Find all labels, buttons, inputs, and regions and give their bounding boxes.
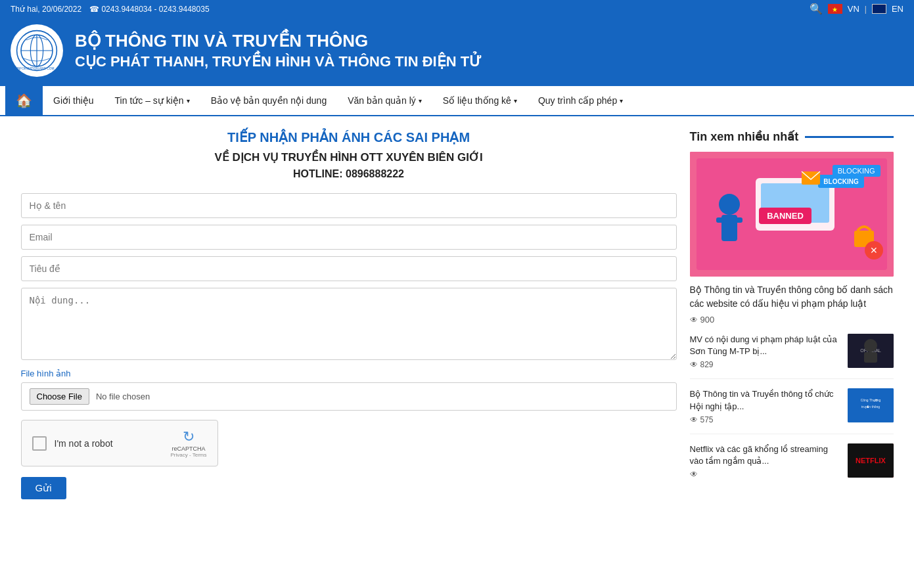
sidebar-main-views: 900: [690, 315, 894, 325]
news-thumbnail: OFFICIAL: [848, 334, 894, 368]
nav-item-tintuc[interactable]: Tin tức – sự kiện ▾: [104, 87, 200, 114]
svg-point-8: [719, 194, 740, 215]
recaptcha-icon: ↻: [183, 428, 194, 445]
sidebar-line-decoration: [805, 136, 893, 138]
nav-item-gioithieu[interactable]: Giới thiệu: [43, 87, 104, 114]
svg-text:INFORMATION AND COM...: INFORMATION AND COM...: [17, 67, 57, 70]
nav-home-button[interactable]: 🏠: [5, 86, 43, 115]
choose-file-button[interactable]: Choose File: [30, 388, 89, 405]
name-input[interactable]: [21, 193, 677, 218]
file-input-area: Choose File No file chosen: [21, 382, 677, 411]
svg-point-24: [864, 339, 877, 352]
svg-text:NETFLIX: NETFLIX: [856, 457, 886, 464]
lang-separator: |: [865, 5, 867, 14]
svg-rect-25: [864, 352, 877, 363]
eye-icon: [690, 415, 698, 424]
list-item: Netflix và các gã khổng lồ streaming vào…: [690, 443, 894, 488]
sidebar: Tin xem nhiều nhất BLOCKING BANNED: [690, 129, 894, 499]
chevron-down-icon: ▾: [514, 97, 517, 104]
sidebar-title: Tin xem nhiều nhất: [690, 129, 799, 144]
logo: INFORMATION AND COM...: [11, 24, 63, 77]
main-nav: 🏠 Giới thiệu Tin tức – sự kiện ▾ Bảo vệ …: [0, 86, 914, 116]
site-header: INFORMATION AND COM... BỘ THÔNG TIN VÀ T…: [0, 18, 914, 86]
header-text: BỘ THÔNG TIN VÀ TRUYỀN THÔNG CỤC PHÁT TH…: [75, 30, 482, 71]
form-title: TIẾP NHẬN PHẢN ÁNH CÁC SAI PHẠM: [21, 129, 677, 145]
subject-input[interactable]: [21, 256, 677, 281]
topbar-date: Thứ hai, 20/06/2022: [11, 5, 81, 14]
svg-text:BANNED: BANNED: [767, 211, 804, 221]
svg-rect-11: [733, 217, 743, 223]
file-label: File hình ảnh: [21, 369, 677, 378]
lang-en-label[interactable]: EN: [892, 4, 903, 14]
content-textarea[interactable]: [21, 288, 677, 360]
blocking-badge: BLOCKING: [833, 165, 880, 177]
news-title[interactable]: Bộ Thông tin và Truyền thông tổ chức Hội…: [690, 388, 841, 412]
list-item: Bộ Thông tin và Truyền thông tổ chức Hội…: [690, 388, 894, 434]
form-section: TIẾP NHẬN PHẢN ÁNH CÁC SAI PHẠM VỀ DỊCH …: [21, 129, 677, 499]
nav-item-quytrinh[interactable]: Quy trình cấp phép ▾: [528, 87, 633, 114]
nav-item-solieu[interactable]: Số liệu thống kê ▾: [432, 87, 528, 114]
header-line2: CỤC PHÁT THANH, TRUYỀN HÌNH VÀ THÔNG TIN…: [75, 53, 482, 72]
topbar-right: 🔍 VN | EN: [810, 3, 903, 15]
flag-vn-icon: [828, 4, 842, 14]
chevron-down-icon: ▾: [620, 97, 623, 104]
news-text: MV có nội dung vi phạm pháp luật của Sơn…: [690, 334, 841, 369]
form-subtitle: VỀ DỊCH VỤ TRUYỀN HÌNH OTT XUYÊN BIÊN GI…: [21, 150, 677, 164]
news-thumbnail: Công Thương truyền thông: [848, 388, 894, 422]
captcha-box: I'm not a robot ↻ reCAPTCHA Privacy - Te…: [21, 420, 218, 466]
sidebar-header: Tin xem nhiều nhất: [690, 129, 894, 144]
captcha-label: I'm not a robot: [55, 438, 163, 449]
news-views: 829: [690, 360, 841, 369]
sidebar-main-view-count: 900: [700, 315, 715, 325]
news-views: [690, 470, 841, 479]
chevron-down-icon: ▾: [419, 97, 422, 104]
no-file-text: No file chosen: [96, 392, 150, 401]
flag-en-icon: [872, 4, 886, 14]
news-views: 575: [690, 415, 841, 424]
main-container: TIẾP NHẬN PHẢN ÁNH CÁC SAI PHẠM VỀ DỊCH …: [11, 116, 904, 512]
recaptcha-label: reCAPTCHA: [172, 445, 206, 452]
sidebar-main-desc[interactable]: Bộ Thông tin và Truyền thông công bố dan…: [690, 283, 894, 311]
svg-text:truyền thông: truyền thông: [861, 405, 879, 409]
nav-item-baove[interactable]: Bảo vệ bản quyền nội dung: [200, 87, 338, 114]
view-count: 575: [700, 415, 714, 424]
captcha-logo: ↻ reCAPTCHA Privacy - Terms: [171, 428, 207, 458]
news-title[interactable]: MV có nội dung vi phạm pháp luật của Sơn…: [690, 334, 841, 357]
news-thumbnail: NETFLIX: [848, 443, 894, 478]
topbar: Thứ hai, 20/06/2022 ☎ 0243.9448034 - 024…: [0, 0, 914, 18]
topbar-phone: ☎ 0243.9448034 - 0243.9448035: [89, 5, 210, 14]
svg-text:✕: ✕: [870, 245, 878, 256]
topbar-left: Thứ hai, 20/06/2022 ☎ 0243.9448034 - 024…: [11, 5, 210, 14]
form-hotline: HOTLINE: 0896888222: [21, 168, 677, 180]
eye-icon: [690, 470, 698, 479]
svg-text:Công Thương: Công Thương: [860, 398, 880, 402]
captcha-checkbox[interactable]: [32, 436, 47, 451]
news-text: Netflix và các gã khổng lồ streaming vào…: [690, 443, 841, 479]
submit-button[interactable]: Gửi: [21, 477, 66, 499]
recaptcha-terms: Privacy - Terms: [171, 452, 207, 458]
svg-text:BLOCKING: BLOCKING: [823, 178, 859, 185]
news-text: Bộ Thông tin và Truyền thông tổ chức Hội…: [690, 388, 841, 424]
eye-icon: [690, 315, 698, 325]
lang-vn-label[interactable]: VN: [848, 4, 859, 14]
search-icon[interactable]: 🔍: [810, 3, 823, 15]
header-line1: BỘ THÔNG TIN VÀ TRUYỀN THÔNG: [75, 30, 482, 53]
nav-item-vanban[interactable]: Văn bản quản lý ▾: [337, 87, 432, 114]
sidebar-main-image[interactable]: BLOCKING BANNED BLOCKING: [690, 152, 894, 277]
email-input[interactable]: [21, 225, 677, 250]
view-count: 829: [700, 360, 714, 369]
eye-icon: [690, 360, 698, 369]
list-item: MV có nội dung vi phạm pháp luật của Sơn…: [690, 334, 894, 379]
chevron-down-icon: ▾: [187, 97, 190, 104]
news-title[interactable]: Netflix và các gã khổng lồ streaming vào…: [690, 443, 841, 467]
svg-rect-10: [716, 217, 725, 223]
